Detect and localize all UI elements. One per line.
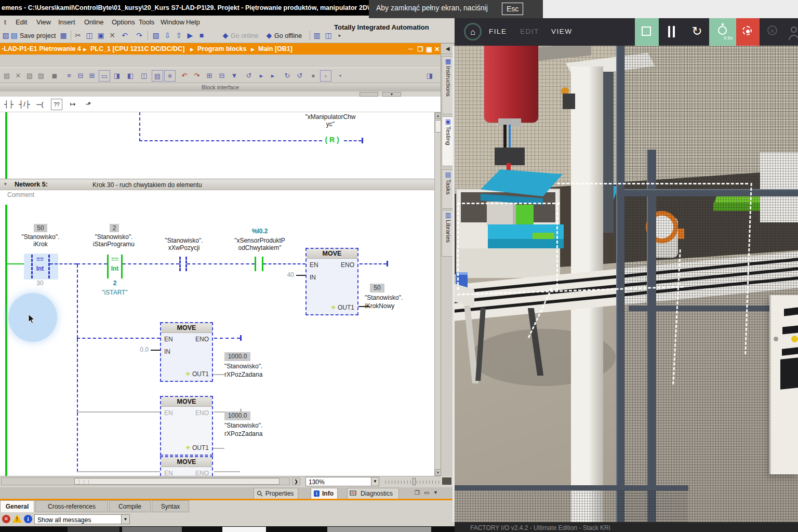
contact2-tag[interactable]: "Stanowisko". [82, 233, 145, 241]
info-filter-icon[interactable]: i [24, 515, 32, 523]
editor-icon[interactable]: ◼ [49, 70, 60, 82]
move2-in-value[interactable]: 0.0 [134, 346, 149, 353]
move1-out-tag[interactable]: iKrokNowy [365, 302, 423, 310]
modify-value-icon[interactable]: ✳ [331, 304, 336, 311]
record-camera-button[interactable] [736, 18, 760, 46]
contact4-tag[interactable]: "xSensorProduktP [227, 237, 293, 244]
editor-icon[interactable]: ⊞ [86, 70, 98, 82]
zoom-slider[interactable] [385, 481, 440, 484]
print-icon[interactable]: ▦ [58, 30, 69, 41]
close-branch-icon[interactable]: ⬏ [82, 99, 95, 110]
menu-insert[interactable]: Insert [58, 18, 75, 26]
redo-icon[interactable]: ↷ [134, 30, 144, 41]
chevron-down-icon[interactable]: ▼ [121, 515, 129, 524]
contact3-tag[interactable]: xXwPozycji [155, 244, 213, 251]
fio-menu-view[interactable]: VIEW [551, 28, 573, 35]
subtab-general[interactable]: General [0, 500, 34, 512]
editor-icon[interactable]: ⊟ [75, 70, 86, 82]
contact3-tag[interactable]: "Stanowisko". [155, 237, 213, 244]
editor-icon[interactable]: ▤ [152, 70, 163, 82]
reset-simulation-button[interactable]: ↻ [685, 18, 709, 46]
start-cpu-icon[interactable]: ▶ [185, 30, 195, 41]
float-pane-icon[interactable]: ❐ [415, 489, 420, 496]
menu-tools[interactable]: Tools [139, 18, 154, 26]
pane-menu-icon[interactable]: ▼ [433, 490, 438, 495]
chevron-down-icon[interactable]: ▼ [371, 477, 379, 486]
contact2-dtype[interactable]: Int [108, 265, 122, 272]
editor-icon[interactable]: ↻ [282, 70, 293, 82]
breadcrumb-plc[interactable]: PLC_1 [CPU 1211C DC/DC/DC] [90, 45, 184, 52]
move1-out-tag[interactable]: "Stanowisko". [365, 294, 423, 301]
user-button[interactable] [786, 18, 798, 46]
menu-view[interactable]: View [36, 18, 51, 26]
editor-icon[interactable]: ◧ [125, 70, 136, 82]
splitter-expand-handle[interactable]: ▼ [382, 92, 401, 97]
message-filter-select[interactable]: Show all messages ▼ [34, 514, 130, 524]
modify-value-icon[interactable]: ✳ [185, 370, 191, 378]
coil-tag[interactable]: yc" [294, 121, 367, 128]
move2-block[interactable]: MOVE EN ENO IN ✳ OUT1 [160, 322, 213, 382]
subtab-syntax[interactable]: Syntax [152, 500, 189, 512]
editor-icon[interactable]: ▧ [1, 70, 12, 82]
zoom-select[interactable]: 130% ▼ [305, 477, 379, 486]
editor-icon[interactable]: ▨ [24, 70, 35, 82]
editor-icon[interactable]: ✳ [164, 70, 176, 82]
editor-icon[interactable]: ↺ [294, 70, 305, 82]
modify-value-icon[interactable]: ✳ [185, 444, 191, 451]
save-project-button[interactable]: Save project [20, 32, 56, 39]
compile-icon[interactable]: ▧ [151, 30, 161, 41]
subtab-compile[interactable]: Compile [109, 500, 151, 512]
tab-properties[interactable]: Properties [254, 488, 298, 499]
editor-icon[interactable]: ↷ [191, 70, 203, 82]
menu-options[interactable]: Options [112, 18, 135, 26]
editor-icon[interactable]: ✕ [12, 70, 24, 82]
editor-icon[interactable]: ▼ [229, 70, 240, 82]
contact1-dtype[interactable]: Int [32, 265, 48, 272]
editor-icon[interactable]: ▨ [35, 70, 47, 82]
network5-header[interactable]: ▾ Network 5: Krok 30 - ruch chwytakiem d… [0, 179, 434, 190]
tab-info[interactable]: i Info [311, 488, 338, 499]
network-comment[interactable]: Comment [7, 191, 34, 198]
fio-menu-edit[interactable]: EDIT [520, 28, 539, 35]
splitter-collapse-handle[interactable] [360, 92, 378, 97]
coil-icon[interactable]: ─( )─ [33, 99, 47, 110]
editor-icon[interactable]: ▫ [320, 70, 331, 82]
undo-icon[interactable]: ↶ [119, 30, 130, 41]
tab-diagnostics[interactable]: Diagnostics [347, 488, 399, 499]
editor-icon[interactable]: ↺ [243, 70, 255, 82]
editor-icon[interactable]: ▪ [335, 70, 346, 82]
contact2-op[interactable]: == [108, 256, 122, 263]
editor-icon[interactable]: ▸ [267, 70, 278, 82]
network-collapse-icon[interactable]: ▾ [4, 181, 7, 187]
paste-icon[interactable]: ▣ [96, 30, 106, 41]
block-interface-bar[interactable]: Block interface [0, 83, 441, 91]
move4-block[interactable]: MOVE EN ENO [160, 456, 213, 476]
menu-help[interactable]: Help [186, 18, 200, 26]
move1-block[interactable]: MOVE EN ENO IN ✳ OUT1 [305, 248, 358, 315]
float-window-icon[interactable]: ❐ [417, 45, 423, 53]
environment-button[interactable]: ✕ [760, 18, 786, 46]
move2-out-tag[interactable]: "Stanowisko". [224, 363, 283, 370]
contact2-operand-name[interactable]: "iSTART" [91, 289, 138, 296]
collapse-pane-icon[interactable]: ▭ [424, 489, 429, 496]
contact1-operand[interactable]: 30 [32, 280, 48, 287]
editor-icon[interactable]: ⊟ [216, 70, 228, 82]
editor-icon[interactable]: ◨ [111, 70, 123, 82]
go-offline-icon[interactable]: ◆ [264, 30, 274, 41]
zoom-slider-handle[interactable] [413, 478, 416, 485]
cut-icon[interactable]: ✂ [73, 30, 83, 41]
contact4-tag[interactable]: odChwytakiem" [227, 244, 293, 251]
save-icon[interactable]: ▤ [9, 30, 19, 41]
empty-box-icon[interactable]: ?? [51, 99, 62, 110]
editor-icon[interactable]: ≡ [63, 70, 75, 82]
delete-icon[interactable]: ✕ [107, 30, 117, 41]
editor-icon[interactable]: ● [308, 70, 319, 82]
move3-out-tag[interactable]: "Stanowisko". [224, 422, 283, 429]
breadcrumb-project[interactable]: -LAD-P1-E1 Pietrowanie 4 [2, 45, 81, 52]
move3-block[interactable]: MOVE EN ENO ✳ OUT1 [160, 396, 213, 456]
maximize-window-icon[interactable]: ▣ [426, 45, 432, 53]
contact1-tag[interactable]: "Stanowisko". [14, 233, 68, 241]
move2-out-tag[interactable]: rXPozZadana [224, 371, 283, 378]
breadcrumb-program-blocks[interactable]: Program blocks [197, 45, 246, 52]
pane-corner-button[interactable] [442, 477, 451, 485]
